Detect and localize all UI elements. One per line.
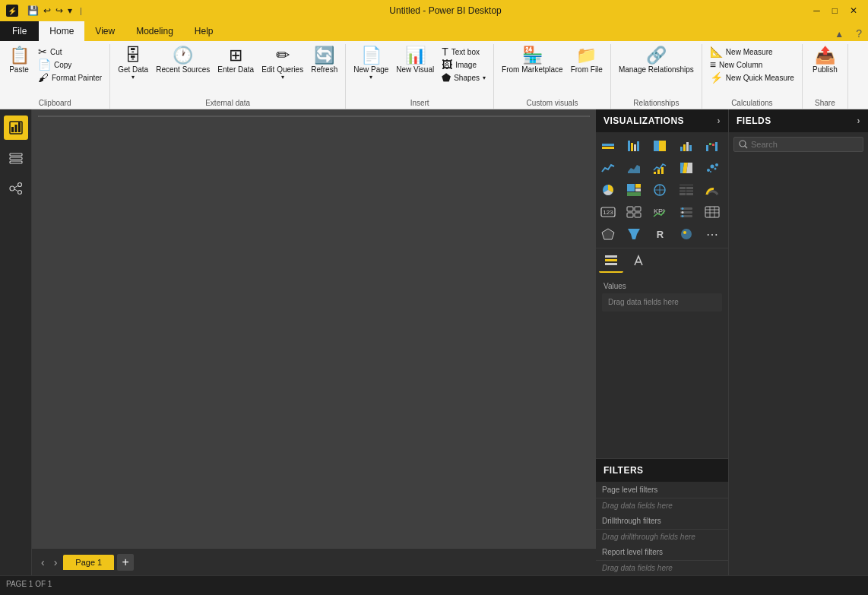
maximize-button[interactable]: □ [828, 4, 842, 17]
svg-point-37 [714, 168, 716, 170]
viz-more-visuals[interactable]: ⋯ [702, 223, 723, 245]
viz-shape-map[interactable] [597, 223, 619, 245]
sidebar-item-data[interactable] [4, 146, 28, 170]
recent-sources-button[interactable]: 🕐 Recent Sources [153, 46, 213, 75]
viz-pie[interactable] [597, 179, 619, 201]
viz-area[interactable] [623, 157, 645, 179]
svg-rect-19 [659, 141, 666, 151]
svg-rect-78 [605, 259, 617, 261]
tab-help[interactable]: Help [184, 21, 224, 41]
qa-dropdown[interactable]: ▾ [66, 4, 74, 17]
close-button[interactable]: ✕ [845, 4, 862, 17]
page-tab-next[interactable]: › [51, 555, 61, 570]
viz-map[interactable] [649, 179, 670, 201]
viz-multi-row-card[interactable] [623, 201, 645, 223]
viz-tab-format[interactable] [626, 252, 651, 273]
page-level-filters-drop[interactable]: Drag data fields here [596, 498, 728, 513]
svg-rect-30 [657, 169, 660, 174]
svg-rect-60 [635, 213, 641, 217]
refresh-button[interactable]: 🔄 Refresh [308, 46, 341, 75]
viz-clustered-bar[interactable] [623, 135, 645, 157]
viz-clustered-column[interactable] [676, 135, 697, 157]
filters-header: FILTERS [596, 459, 728, 482]
ribbon-content: 📋 Paste ✂ Cut 📄 Copy 🖌 Format Painter Cl… [0, 41, 868, 109]
new-page-button[interactable]: 📄 New Page ▾ [350, 46, 391, 82]
image-button[interactable]: 🖼 Image [439, 59, 489, 71]
tab-modeling[interactable]: Modeling [125, 21, 184, 41]
viz-kpi[interactable]: KPI [649, 201, 670, 223]
svg-rect-6 [10, 161, 22, 163]
tab-view[interactable]: View [84, 21, 125, 41]
viz-ribbon[interactable] [676, 157, 697, 179]
sidebar-item-report[interactable] [4, 116, 28, 140]
enter-data-icon: ⊞ [229, 47, 242, 64]
svg-rect-15 [631, 143, 633, 151]
viz-scatter[interactable] [702, 157, 723, 179]
minimize-button[interactable]: ─ [809, 4, 825, 17]
filters-section: FILTERS Page level filters Drag data fie… [596, 458, 728, 575]
viz-card[interactable]: 123 [597, 201, 619, 223]
new-quick-measure-button[interactable]: ⚡ New Quick Measure [707, 71, 797, 84]
fields-search-input[interactable] [751, 140, 858, 149]
drillthrough-filters-drop[interactable]: Drag drillthrough fields here [596, 530, 728, 544]
qa-redo[interactable]: ↪ [54, 4, 65, 17]
qa-undo[interactable]: ↩ [42, 4, 52, 17]
text-box-button[interactable]: T Text box [439, 46, 489, 58]
viz-funnel[interactable] [623, 223, 645, 245]
svg-rect-41 [627, 184, 635, 191]
viz-r-script[interactable]: R [649, 223, 670, 245]
shapes-button[interactable]: ⬟ Shapes ▾ [439, 71, 489, 84]
report-level-filters-drop[interactable]: Drag data fields here [596, 561, 728, 575]
viz-waterfall[interactable] [702, 135, 723, 157]
main-area: ‹ › Page 1 + VISUALIZATIONS › [0, 109, 868, 575]
new-measure-button[interactable]: 📐 New Measure [707, 46, 797, 58]
viz-line[interactable] [597, 157, 619, 179]
from-marketplace-button[interactable]: 🏪 From Marketplace [499, 46, 566, 75]
viz-gauge[interactable] [702, 179, 723, 201]
status-text: PAGE 1 OF 1 [6, 580, 52, 588]
fields-chevron[interactable]: › [857, 116, 861, 126]
tab-file[interactable]: File [0, 21, 39, 41]
copy-button[interactable]: 📄 Copy [35, 59, 105, 71]
viz-slicer[interactable] [676, 201, 697, 223]
svg-rect-29 [654, 172, 656, 174]
publish-button[interactable]: 📤 Publish [809, 46, 841, 75]
from-file-button[interactable]: 📁 From File [568, 46, 606, 75]
qa-save[interactable]: 💾 [26, 4, 40, 17]
viz-line-clustered[interactable] [649, 157, 670, 179]
new-column-button[interactable]: ≡ New Column [707, 59, 797, 71]
values-drop-zone[interactable]: Drag data fields here [602, 293, 722, 312]
add-page-button[interactable]: + [117, 554, 134, 571]
enter-data-button[interactable]: ⊞ Enter Data [214, 46, 257, 75]
viz-tab-fields[interactable] [599, 252, 623, 273]
help-button[interactable]: ? [850, 26, 868, 41]
share-label: Share [815, 97, 835, 107]
tab-home[interactable]: Home [39, 21, 84, 41]
edit-queries-button[interactable]: ✏ Edit Queries ▾ [258, 46, 306, 82]
manage-relationships-button[interactable]: 🔗 Manage Relationships [616, 46, 697, 75]
paste-button[interactable]: 📋 Paste [5, 46, 33, 75]
new-visual-button[interactable]: 📊 New Visual [393, 46, 437, 75]
viz-table[interactable] [702, 201, 723, 223]
viz-icons-grid: 123 KPI R ⋯ [596, 132, 728, 248]
report-canvas[interactable] [38, 116, 590, 117]
viz-stacked-bar[interactable] [597, 135, 619, 157]
viz-filled-map[interactable] [676, 223, 697, 245]
viz-100pct-bar[interactable] [649, 135, 670, 157]
quick-access-toolbar: 💾 ↩ ↪ ▾ | [26, 4, 82, 17]
manage-relationships-icon: 🔗 [646, 47, 667, 64]
svg-rect-14 [628, 141, 630, 151]
viz-matrix[interactable] [676, 179, 697, 201]
ribbon-group-share: 📤 Publish Share [803, 44, 848, 109]
get-data-button[interactable]: 🗄 Get Data ▾ [115, 46, 151, 82]
viz-treemap[interactable] [623, 179, 645, 201]
sidebar-item-relationships[interactable] [4, 176, 28, 201]
visualizations-chevron[interactable]: › [718, 116, 721, 126]
page-tab-1[interactable]: Page 1 [63, 555, 114, 570]
search-icon [739, 140, 748, 149]
ribbon-collapse-button[interactable]: ▲ [828, 27, 850, 41]
new-quick-measure-icon: ⚡ [710, 72, 723, 83]
page-tab-prev[interactable]: ‹ [38, 555, 48, 570]
cut-button[interactable]: ✂ Cut [35, 46, 105, 58]
format-painter-button[interactable]: 🖌 Format Painter [35, 71, 105, 84]
